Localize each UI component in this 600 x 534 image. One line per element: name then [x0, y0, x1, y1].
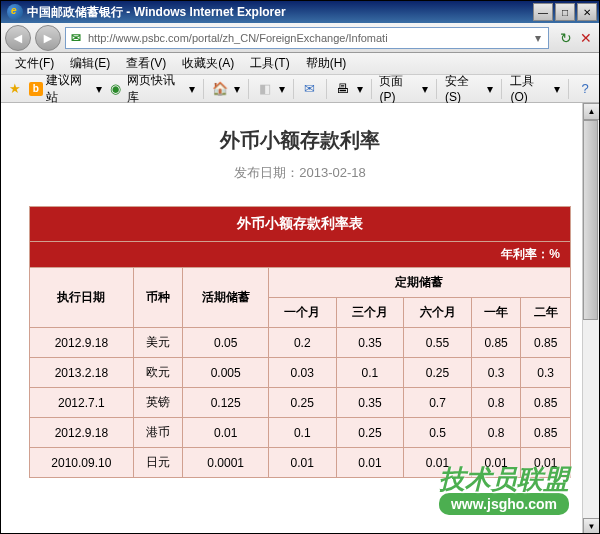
dropdown-icon: ▾ — [96, 82, 102, 96]
separator — [248, 79, 249, 99]
watermark-url: www.jsgho.com — [439, 493, 569, 515]
cell-y1: 0.3 — [471, 358, 521, 388]
page-menu[interactable]: 页面(P) ▾ — [379, 73, 427, 104]
stop-button[interactable]: ✕ — [577, 29, 595, 47]
suggested-label: 建议网站 — [46, 72, 93, 106]
dropdown-icon[interactable]: ▾ — [234, 82, 240, 96]
cell-currency: 日元 — [133, 448, 183, 478]
separator — [371, 79, 372, 99]
url-input-wrap[interactable]: ✉ http://www.psbc.com/portal/zh_CN/Forei… — [65, 27, 549, 49]
dropdown-icon[interactable]: ▾ — [279, 82, 285, 96]
cell-m3: 0.35 — [336, 388, 404, 418]
mail-icon[interactable]: ✉ — [302, 81, 318, 97]
page-date: 发布日期：2013-02-18 — [29, 164, 571, 182]
scroll-up-button[interactable]: ▲ — [583, 103, 600, 120]
scrollbar-thumb[interactable] — [583, 120, 598, 320]
cell-demand: 0.0001 — [183, 448, 269, 478]
rate-table: 外币小额存款利率表 年利率：% 执行日期 币种 活期储蓄 定期储蓄 一个月 三个… — [29, 206, 571, 478]
dropdown-icon: ▾ — [422, 82, 428, 96]
minimize-button[interactable]: — — [533, 3, 553, 21]
window-buttons: — □ ✕ — [533, 3, 597, 21]
separator — [293, 79, 294, 99]
cell-y1: 0.85 — [471, 328, 521, 358]
bing-icon: b — [29, 82, 43, 96]
cell-y2: 0.85 — [521, 388, 571, 418]
cell-date: 2012.7.1 — [30, 388, 134, 418]
col-y2: 二年 — [521, 298, 571, 328]
address-bar: ◄ ► ✉ http://www.psbc.com/portal/zh_CN/F… — [1, 23, 599, 53]
content-area: 外币小额存款利率 发布日期：2013-02-18 外币小额存款利率表 年利率：%… — [1, 103, 599, 534]
cell-y2: 0.01 — [521, 448, 571, 478]
cell-demand: 0.01 — [183, 418, 269, 448]
safety-menu[interactable]: 安全(S) ▾ — [445, 73, 493, 104]
menu-tools[interactable]: 工具(T) — [242, 53, 297, 74]
col-demand: 活期储蓄 — [183, 268, 269, 328]
close-button[interactable]: ✕ — [577, 3, 597, 21]
table-row: 2010.09.10日元0.00010.010.010.010.010.01 — [30, 448, 571, 478]
dropdown-icon[interactable]: ▾ — [357, 82, 363, 96]
cell-date: 2012.9.18 — [30, 418, 134, 448]
separator — [501, 79, 502, 99]
scroll-down-button[interactable]: ▼ — [583, 518, 600, 534]
help-icon[interactable]: ? — [577, 81, 593, 97]
cell-date: 2012.9.18 — [30, 328, 134, 358]
dropdown-icon: ▾ — [554, 82, 560, 96]
cell-demand: 0.125 — [183, 388, 269, 418]
page-title: 外币小额存款利率 — [29, 127, 571, 154]
site-icon: ✉ — [68, 30, 84, 46]
cell-date: 2010.09.10 — [30, 448, 134, 478]
separator — [568, 79, 569, 99]
cell-demand: 0.05 — [183, 328, 269, 358]
table-row: 2013.2.18欧元0.0050.030.10.250.30.3 — [30, 358, 571, 388]
favorites-bar: ★ b 建议网站 ▾ ◉ 网页快讯库 ▾ 🏠 ▾ ◧ ▾ ✉ 🖶 ▾ 页面(P)… — [1, 75, 599, 103]
tools-label: 工具(O) — [510, 73, 551, 104]
forward-button[interactable]: ► — [35, 25, 61, 51]
table-row: 2012.7.1英镑0.1250.250.350.70.80.85 — [30, 388, 571, 418]
cell-y2: 0.85 — [521, 328, 571, 358]
cell-currency: 欧元 — [133, 358, 183, 388]
col-m6: 六个月 — [404, 298, 472, 328]
cell-m3: 0.01 — [336, 448, 404, 478]
cell-date: 2013.2.18 — [30, 358, 134, 388]
cell-m6: 0.7 — [404, 388, 472, 418]
titlebar: 中国邮政储蓄银行 - Windows Internet Explorer — □… — [1, 1, 599, 23]
cell-m1: 0.2 — [268, 328, 336, 358]
separator — [326, 79, 327, 99]
webslice-link[interactable]: ◉ 网页快讯库 ▾ — [108, 72, 195, 106]
favorites-icon[interactable]: ★ — [7, 81, 23, 97]
tools-menu[interactable]: 工具(O) ▾ — [510, 73, 560, 104]
cell-m6: 0.25 — [404, 358, 472, 388]
back-button[interactable]: ◄ — [5, 25, 31, 51]
col-y1: 一年 — [471, 298, 521, 328]
separator — [436, 79, 437, 99]
cell-m6: 0.01 — [404, 448, 472, 478]
cell-y1: 0.01 — [471, 448, 521, 478]
menu-help[interactable]: 帮助(H) — [298, 53, 355, 74]
separator — [203, 79, 204, 99]
url-text: http://www.psbc.com/portal/zh_CN/Foreign… — [88, 32, 530, 44]
cell-m6: 0.55 — [404, 328, 472, 358]
cell-m3: 0.1 — [336, 358, 404, 388]
maximize-button[interactable]: □ — [555, 3, 575, 21]
col-fixed: 定期储蓄 — [268, 268, 570, 298]
webslice-icon: ◉ — [108, 81, 124, 97]
rss-icon[interactable]: ◧ — [257, 81, 273, 97]
cell-m3: 0.35 — [336, 328, 404, 358]
suggested-sites-link[interactable]: b 建议网站 ▾ — [29, 72, 102, 106]
cell-y2: 0.85 — [521, 418, 571, 448]
cell-currency: 英镑 — [133, 388, 183, 418]
scrollbar[interactable]: ▲ ▼ — [582, 103, 599, 534]
table-row: 2012.9.18港币0.010.10.250.50.80.85 — [30, 418, 571, 448]
dropdown-icon: ▾ — [487, 82, 493, 96]
refresh-button[interactable]: ↻ — [557, 29, 575, 47]
print-icon[interactable]: 🖶 — [335, 81, 351, 97]
cell-m1: 0.25 — [268, 388, 336, 418]
nav-controls: ↻ ✕ — [557, 29, 595, 47]
safety-label: 安全(S) — [445, 73, 484, 104]
col-exec-date: 执行日期 — [30, 268, 134, 328]
window-title: 中国邮政储蓄银行 - Windows Internet Explorer — [27, 4, 533, 21]
url-dropdown-icon[interactable]: ▾ — [530, 31, 546, 45]
col-m1: 一个月 — [268, 298, 336, 328]
page-label: 页面(P) — [379, 73, 418, 104]
home-icon[interactable]: 🏠 — [212, 81, 228, 97]
